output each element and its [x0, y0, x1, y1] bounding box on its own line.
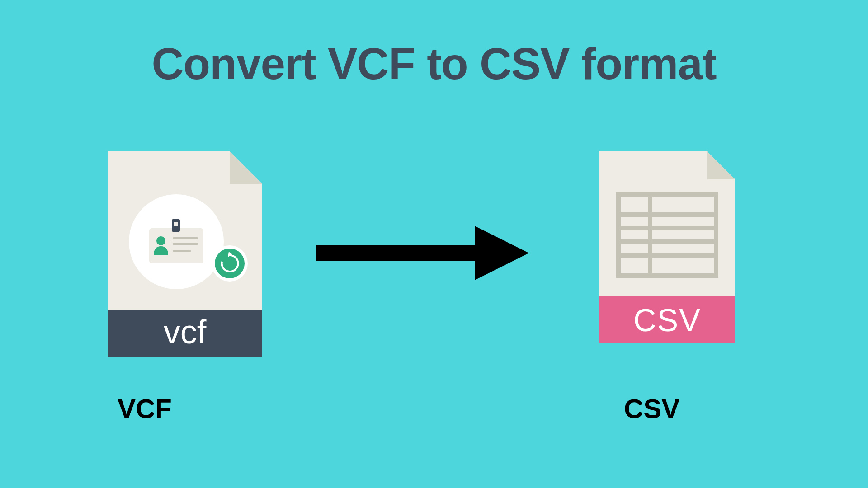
svg-rect-8: [173, 250, 191, 252]
vcf-ext-label: vcf: [164, 313, 207, 351]
vcf-file-icon: vcf: [103, 151, 267, 357]
arrow-right-icon: [316, 226, 529, 280]
svg-rect-2: [149, 228, 203, 263]
vcf-caption: VCF: [118, 393, 172, 424]
csv-caption: CSV: [624, 393, 679, 424]
svg-rect-4: [174, 222, 178, 226]
csv-file-icon: CSV: [595, 151, 740, 343]
svg-rect-6: [173, 237, 198, 239]
csv-ext-label: CSV: [633, 303, 701, 338]
page-title: Convert VCF to CSV format: [0, 38, 868, 89]
svg-rect-7: [173, 243, 198, 245]
svg-point-5: [156, 236, 165, 245]
svg-rect-11: [316, 245, 479, 261]
